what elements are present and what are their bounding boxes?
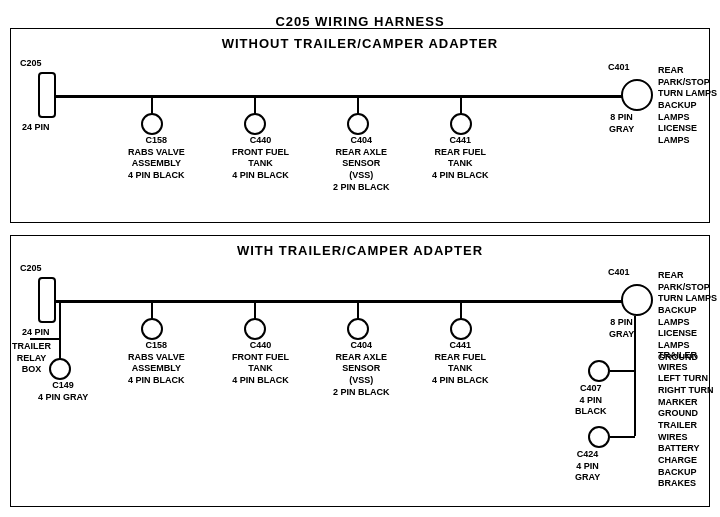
s1-c441-label: C441REAR FUELTANK4 PIN BLACK (432, 135, 489, 182)
diagram-area: C205 WIRING HARNESS WITHOUT TRAILER/CAMP… (0, 0, 720, 500)
s2-c205-label: C205 (20, 263, 42, 275)
s1-c404-vline (357, 95, 359, 115)
section1-label: WITHOUT TRAILER/CAMPER ADAPTER (0, 36, 720, 51)
s2-c441-connector (450, 318, 472, 340)
section2-label: WITH TRAILER/CAMPER ADAPTER (0, 243, 720, 258)
s2-relay-hline (30, 338, 60, 340)
s2-c440-label: C440FRONT FUELTANK4 PIN BLACK (232, 340, 289, 387)
s2-c424-hline (610, 436, 635, 438)
s2-c424-desc: TRAILER WIRESBATTERY CHARGEBACKUPBRAKES (658, 420, 720, 490)
s1-c401-label: C401 (608, 62, 630, 74)
s2-c401-connector (621, 284, 653, 316)
s2-relay-label: TRAILERRELAYBOX (12, 341, 51, 376)
s1-c158-connector (141, 113, 163, 135)
s1-c401-connector (621, 79, 653, 111)
s2-c404-label: C404REAR AXLESENSOR(VSS)2 PIN BLACK (333, 340, 390, 398)
s2-c404-vline (357, 300, 359, 320)
s2-c404-connector (347, 318, 369, 340)
s1-c401-pins: 8 PINGRAY (609, 112, 634, 135)
s2-c158-connector (141, 318, 163, 340)
s2-branch-vline (634, 316, 636, 436)
s1-c404-label: C404REAR AXLESENSOR(VSS)2 PIN BLACK (333, 135, 390, 193)
s1-main-line (52, 95, 634, 98)
s2-c407-hline (610, 370, 635, 372)
s1-c440-vline (254, 95, 256, 115)
s1-c158-label: C158RABS VALVEASSEMBLY4 PIN BLACK (128, 135, 185, 182)
s2-c149-label: C1494 PIN GRAY (38, 380, 88, 403)
s2-c149-vline (59, 340, 61, 360)
s2-c407-label: C4074 PINBLACK (575, 383, 607, 418)
s2-relay-vline (59, 300, 61, 340)
s2-c407-connector (588, 360, 610, 382)
s2-c424-label: C4244 PINGRAY (575, 449, 600, 484)
s2-c401-label: C401 (608, 267, 630, 279)
s2-c440-vline (254, 300, 256, 320)
s2-c158-vline (151, 300, 153, 320)
s1-c441-vline (460, 95, 462, 115)
s2-c441-label: C441REAR FUELTANK4 PIN BLACK (432, 340, 489, 387)
s2-c424-connector (588, 426, 610, 448)
s1-c205-label: C205 (20, 58, 42, 70)
s1-c401-desc: REAR PARK/STOPTURN LAMPSBACKUP LAMPSLICE… (658, 65, 720, 147)
s2-main-line (52, 300, 634, 303)
s1-c440-label: C440FRONT FUELTANK4 PIN BLACK (232, 135, 289, 182)
s1-c441-connector (450, 113, 472, 135)
s2-c205-sublabel: 24 PIN (22, 327, 50, 339)
s1-c205-sublabel: 24 PIN (22, 122, 50, 134)
s2-c149-connector (49, 358, 71, 380)
s2-c407-desc: TRAILER WIRESLEFT TURNRIGHT TURNMARKERGR… (658, 350, 720, 420)
s1-c205-connector (38, 72, 56, 118)
s2-c205-connector (38, 277, 56, 323)
s1-c440-connector (244, 113, 266, 135)
s1-c404-connector (347, 113, 369, 135)
page-title: C205 WIRING HARNESS (0, 6, 720, 29)
s2-c401-pins: 8 PINGRAY (609, 317, 634, 340)
s2-c440-connector (244, 318, 266, 340)
s1-c158-vline (151, 95, 153, 115)
s2-c441-vline (460, 300, 462, 320)
s2-c158-label: C158RABS VALVEASSEMBLY4 PIN BLACK (128, 340, 185, 387)
